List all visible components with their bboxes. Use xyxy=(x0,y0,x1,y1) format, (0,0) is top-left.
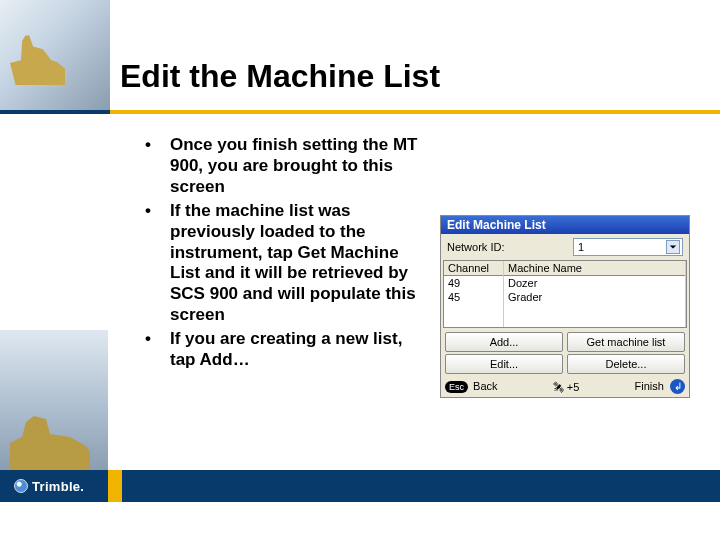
brand-text: Trimble. xyxy=(32,479,84,494)
finish-button[interactable]: Finish ↲ xyxy=(635,379,685,394)
bullet-item: If you are creating a new list, tap Add… xyxy=(140,329,425,371)
slide: Edit the Machine List Once you finish se… xyxy=(0,0,720,540)
network-id-row: Network ID: 1 xyxy=(441,234,689,260)
globe-icon xyxy=(14,479,28,493)
add-button[interactable]: Add... xyxy=(445,332,563,352)
bullet-item: If the machine list was previously loade… xyxy=(140,201,425,326)
col-header-name: Machine Name xyxy=(504,261,685,276)
esc-key-icon: Esc xyxy=(445,381,468,393)
enter-key-icon: ↲ xyxy=(670,379,685,394)
satellite-icon: 🛰 xyxy=(553,381,564,393)
bullet-item: Once you finish setting the MT 900, you … xyxy=(140,135,425,198)
satellite-count: +5 xyxy=(567,381,580,393)
header-photo-excavator xyxy=(0,0,110,110)
delete-button[interactable]: Delete... xyxy=(567,354,685,374)
cell-name[interactable]: Grader xyxy=(504,290,685,304)
device-screenshot: Edit Machine List Network ID: 1 Channel … xyxy=(440,215,690,398)
brand-logo: Trimble. xyxy=(14,479,84,494)
chevron-down-icon xyxy=(666,240,680,254)
status-bar: Esc Back 🛰 +5 Finish ↲ xyxy=(441,376,689,397)
accent-bar xyxy=(0,110,720,114)
slide-title: Edit the Machine List xyxy=(120,58,440,95)
machine-table: Channel 49 45 Machine Name Dozer Grader xyxy=(443,260,687,328)
cell-name[interactable]: Dozer xyxy=(504,276,685,290)
network-id-label: Network ID: xyxy=(447,241,567,253)
bullet-list: Once you finish setting the MT 900, you … xyxy=(140,135,425,374)
back-button[interactable]: Esc Back xyxy=(445,380,498,393)
window-title: Edit Machine List xyxy=(441,216,689,234)
get-machine-list-button[interactable]: Get machine list xyxy=(567,332,685,352)
network-id-combo[interactable]: 1 xyxy=(573,238,683,256)
col-header-channel: Channel xyxy=(444,261,503,276)
cell-channel[interactable]: 45 xyxy=(444,290,503,304)
finish-label: Finish xyxy=(635,380,664,392)
cell-channel[interactable]: 49 xyxy=(444,276,503,290)
back-label: Back xyxy=(473,380,497,392)
satellite-status: 🛰 +5 xyxy=(553,381,580,393)
footer-accent xyxy=(108,470,122,502)
network-id-value: 1 xyxy=(578,241,584,253)
edit-button[interactable]: Edit... xyxy=(445,354,563,374)
footer-bar: Trimble. xyxy=(0,470,720,502)
